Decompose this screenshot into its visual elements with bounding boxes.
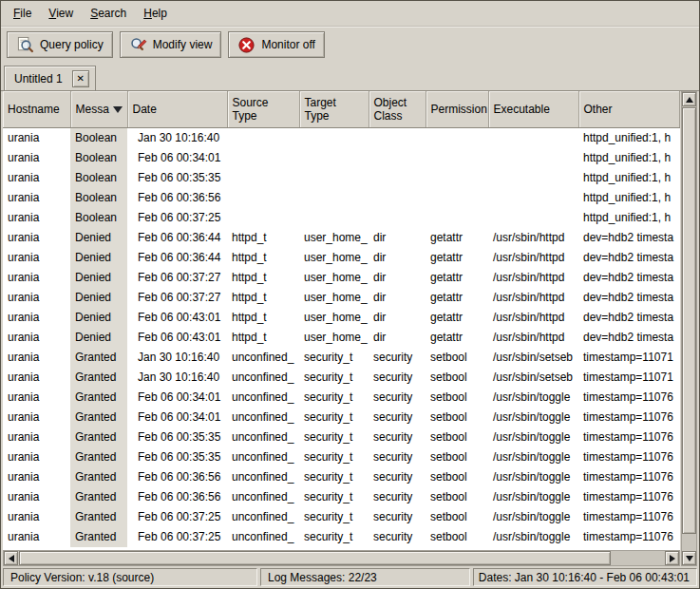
log-cell: Feb 06 00:35:35 [127,168,227,188]
log-row[interactable]: uraniaGrantedFeb 06 00:34:01unconfined_s… [3,388,680,408]
scroll-down-button[interactable] [682,551,696,565]
column-header-target-type[interactable]: Target Type [299,91,369,127]
log-cell: urania [3,308,70,328]
log-row[interactable]: uraniaGrantedJan 30 10:16:40unconfined_s… [3,368,680,388]
log-cell [426,148,488,168]
scroll-up-button[interactable] [682,92,696,106]
column-header-permission[interactable]: Permission [426,91,488,127]
vertical-scrollbar[interactable] [681,91,697,566]
column-header-executable[interactable]: Executable [488,91,578,127]
log-cell: timestamp=11071 [578,368,680,388]
log-row[interactable]: uraniaGrantedFeb 06 00:36:56unconfined_s… [3,487,680,507]
scroll-right-button[interactable] [665,551,679,565]
log-table-header-row: HostnameMessaDateSource TypeTarget TypeO… [3,91,680,127]
close-icon: ✕ [77,74,85,84]
menu-file[interactable]: File [5,3,40,24]
log-row[interactable]: uraniaDeniedFeb 06 00:36:44httpd_tuser_h… [3,248,680,268]
log-cell: Feb 06 00:35:35 [127,428,227,447]
log-cell: Boolean [70,208,127,228]
log-row[interactable]: uraniaBooleanFeb 06 00:34:01httpd_unifie… [3,148,680,168]
log-cell: httpd_t [227,288,299,308]
menu-help[interactable]: Help [135,3,176,24]
monitor-off-button[interactable]: Monitor off [228,31,324,58]
log-cell: Feb 06 00:37:25 [127,507,227,527]
arrow-right-icon [670,555,675,562]
arrow-left-icon [9,555,14,562]
column-header-other[interactable]: Other [578,91,680,127]
scroll-left-button[interactable] [4,551,18,565]
log-cell: httpd_unified:1, h [578,148,680,168]
log-cell: httpd_unified:1, h [578,127,680,148]
log-row[interactable]: uraniaGrantedFeb 06 00:37:25unconfined_s… [3,527,680,547]
column-header-source-type[interactable]: Source Type [227,91,299,127]
log-cell: urania [3,168,70,188]
column-header-label: Target Type [305,96,336,123]
log-cell: dir [369,268,426,288]
log-cell: Feb 06 00:36:56 [127,467,227,487]
log-row[interactable]: uraniaDeniedFeb 06 00:37:27httpd_tuser_h… [3,268,680,288]
tab-close-button[interactable]: ✕ [72,70,89,87]
log-row[interactable]: uraniaBooleanJan 30 10:16:40httpd_unifie… [3,127,680,148]
modify-view-button[interactable]: Modify view [120,31,222,58]
column-header-label: Date [133,103,157,116]
log-cell: urania [3,208,70,228]
log-row[interactable]: uraniaGrantedFeb 06 00:36:56unconfined_s… [3,467,680,487]
log-table-area: HostnameMessaDateSource TypeTarget TypeO… [3,91,680,566]
toolbar: Query policy Modify view [1,27,699,63]
log-cell: security_t [299,368,369,388]
log-row[interactable]: uraniaDeniedFeb 06 00:37:27httpd_tuser_h… [3,288,680,308]
log-cell: security_t [299,408,369,428]
log-cell [426,168,488,188]
log-cell: unconfined_ [227,388,299,408]
log-cell [299,208,369,228]
log-cell [426,127,488,148]
log-cell [369,208,426,228]
log-row[interactable]: uraniaDeniedFeb 06 00:43:01httpd_tuser_h… [3,308,680,328]
horizontal-scroll-thumb[interactable] [19,551,611,565]
log-cell: urania [3,148,70,168]
log-cell: Feb 06 00:36:44 [127,248,227,268]
tab-untitled-1[interactable]: Untitled 1 ✕ [4,66,96,90]
log-cell: dir [369,248,426,268]
log-row[interactable]: uraniaBooleanFeb 06 00:36:56httpd_unifie… [3,188,680,208]
menu-view[interactable]: View [40,3,82,24]
log-cell [488,127,578,148]
column-header-date[interactable]: Date [127,91,227,127]
arrow-down-icon [686,556,693,561]
log-cell: /usr/sbin/toggle [488,428,578,447]
log-cell: unconfined_ [227,348,299,368]
log-row[interactable]: uraniaGrantedFeb 06 00:35:35unconfined_s… [3,428,680,447]
log-row[interactable]: uraniaGrantedFeb 06 00:34:01unconfined_s… [3,408,680,428]
column-header-messa[interactable]: Messa [70,91,127,127]
log-cell: security [369,408,426,428]
log-cell: setbool [426,527,488,547]
log-row[interactable]: uraniaDeniedFeb 06 00:43:01httpd_tuser_h… [3,328,680,348]
log-row[interactable]: uraniaDeniedFeb 06 00:36:44httpd_tuser_h… [3,228,680,248]
log-row[interactable]: uraniaGrantedJan 30 10:16:40unconfined_s… [3,348,680,368]
log-cell: user_home_ [299,308,369,328]
log-row[interactable]: uraniaGrantedFeb 06 00:35:35unconfined_s… [3,447,680,467]
log-row[interactable]: uraniaBooleanFeb 06 00:35:35httpd_unifie… [3,168,680,188]
log-cell: timestamp=11071 [578,348,680,368]
log-cell: timestamp=11076 [578,527,680,547]
horizontal-scrollbar[interactable] [3,550,680,566]
query-policy-button[interactable]: Query policy [7,31,113,58]
log-view: HostnameMessaDateSource TypeTarget TypeO… [1,91,699,566]
log-cell: /usr/sbin/toggle [488,467,578,487]
log-cell: Feb 06 00:37:27 [127,288,227,308]
log-cell: dev=hdb2 timesta [578,268,680,288]
log-cell: httpd_unified:1, h [578,188,680,208]
log-cell: security [369,527,426,547]
menu-search[interactable]: Search [82,3,135,24]
log-cell: Boolean [70,148,127,168]
log-cell: user_home_ [299,328,369,348]
vertical-scroll-thumb[interactable] [682,107,696,534]
column-header-object-class[interactable]: Object Class [369,91,426,127]
log-row[interactable]: uraniaBooleanFeb 06 00:37:25httpd_unifie… [3,208,680,228]
log-row[interactable]: uraniaGrantedFeb 06 00:37:25unconfined_s… [3,507,680,527]
log-cell [488,188,578,208]
log-cell: setbool [426,428,488,447]
column-header-hostname[interactable]: Hostname [3,91,70,127]
log-cell: Denied [70,308,127,328]
log-cell: Granted [70,467,127,487]
